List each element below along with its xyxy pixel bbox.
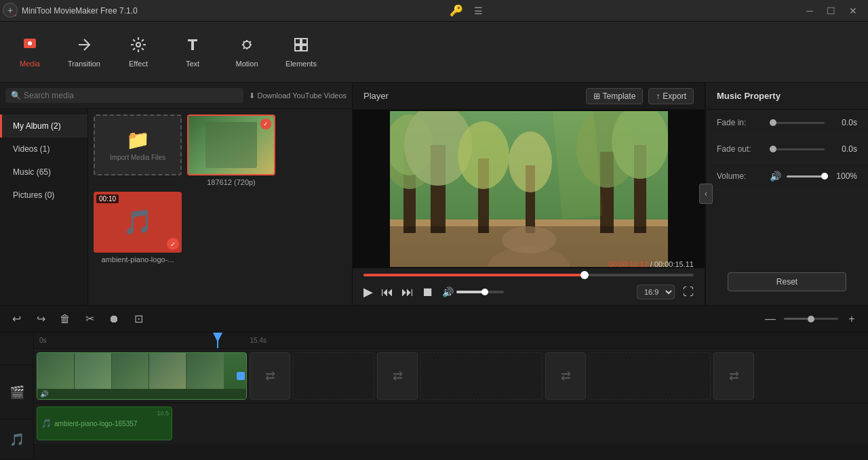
search-input-wrap[interactable]: 🔍 (5, 88, 243, 103)
crop-button[interactable]: ⊡ (127, 308, 149, 330)
list-item[interactable]: 🎵 00:10 ✓ ambient-piano-logo-... (94, 192, 182, 264)
export-button[interactable]: ↑ Export (648, 88, 694, 104)
aspect-ratio-select[interactable]: 16:9 9:16 4:3 1:1 (637, 285, 675, 299)
menu-button[interactable]: ☰ (469, 4, 488, 18)
list-item[interactable]: 📁 Import Media Files (94, 114, 182, 186)
zoom-in-button[interactable]: + (841, 308, 863, 330)
transition-cell-4[interactable]: ⇄ (713, 352, 754, 400)
zoom-thumb[interactable] (808, 316, 814, 322)
volume-property-thumb[interactable] (821, 173, 828, 180)
forest-scene-svg (390, 111, 668, 267)
app: Media Transition Effect Text Motion (0, 22, 868, 460)
fade-out-thumb[interactable] (770, 146, 776, 152)
nav-item-videos[interactable]: Videos (1) (0, 138, 87, 161)
maximize-button[interactable]: ☐ (822, 4, 841, 18)
progress-track[interactable] (363, 274, 694, 276)
list-item[interactable]: ▶ ✓ 187612 (720p) (187, 114, 275, 186)
svg-rect-7 (302, 45, 307, 51)
svg-point-19 (509, 131, 552, 192)
nav-item-album[interactable]: My Album (2) (0, 114, 87, 138)
play-button[interactable]: ▶ (363, 285, 373, 299)
video-thumb[interactable]: ▶ ✓ (187, 114, 275, 175)
fade-in-thumb[interactable] (770, 119, 776, 126)
player-area: Player ⊞ Template ↑ Export (353, 83, 705, 305)
fade-in-row: Fade in: 0.0s (706, 110, 868, 136)
transition-cell-3[interactable]: ⇄ (545, 352, 586, 400)
import-label-inner: Import Media Files (110, 154, 165, 161)
video-clip[interactable]: 🔊 (37, 352, 247, 400)
audio-clip-duration: 10.5 (157, 410, 169, 417)
template-button[interactable]: ⊞ Template (586, 88, 644, 104)
template-icon: ⊞ (593, 91, 600, 101)
nav-videos-label: Videos (1) (13, 144, 50, 154)
undo-button[interactable]: ↩ (5, 308, 27, 330)
download-youtube-button[interactable]: ⬇ Download YouTube Videos (249, 91, 347, 100)
video-track-row: 🔊 ⇄ ⇄ ⇄ ⇄ (34, 349, 868, 403)
record-button[interactable]: ⏺ (103, 308, 125, 330)
titlebar: M MiniTool MovieMaker Free 7.1.0 🔑 ☰ ─ ☐… (0, 0, 868, 22)
toolbar-transition[interactable]: Transition (57, 25, 111, 79)
fade-in-track[interactable] (770, 122, 825, 124)
toolbar-media[interactable]: Media (3, 25, 57, 79)
music-thumb[interactable]: 🎵 00:10 ✓ (94, 192, 182, 253)
clip-end-handle[interactable] (237, 372, 245, 380)
toolbar-media-label: Media (20, 60, 40, 68)
toolbar-motion[interactable]: Motion (220, 25, 274, 79)
app-title: MiniTool MovieMaker Free 7.1.0 (22, 6, 138, 16)
volume-button[interactable]: 🔊 (442, 287, 454, 297)
import-media-thumb[interactable]: 📁 Import Media Files (94, 114, 182, 175)
redo-button[interactable]: ↪ (30, 308, 52, 330)
media-icon (22, 37, 38, 57)
fullscreen-button[interactable]: ⛶ (683, 286, 694, 298)
progress-thumb[interactable] (580, 271, 589, 279)
transition-cell-2[interactable]: ⇄ (377, 352, 418, 400)
zoom-out-button[interactable]: — (760, 308, 781, 330)
nav-item-music[interactable]: Music (65) (0, 161, 87, 184)
download-label: Download YouTube Videos (258, 91, 347, 100)
prev-frame-button[interactable]: ⏮ (381, 285, 393, 299)
next-frame-button[interactable]: ⏭ (401, 285, 414, 299)
player-header: Player ⊞ Template ↑ Export (353, 83, 705, 110)
text-icon (184, 37, 201, 57)
titlebar-controls: ─ ☐ ✕ (800, 4, 863, 18)
minimize-button[interactable]: ─ (800, 4, 819, 18)
left-body: My Album (2) Videos (1) Music (65) Pictu… (0, 109, 352, 305)
stop-button[interactable]: ⏹ (422, 285, 434, 299)
download-icon: ⬇ (249, 91, 255, 100)
fade-out-slider[interactable] (770, 148, 825, 150)
timeline-tracks: 0s 15.4s (34, 333, 868, 460)
add-track-button[interactable]: + (3, 3, 18, 18)
fade-in-slider[interactable] (770, 122, 825, 124)
zoom-controls: — + (760, 308, 863, 330)
volume-thumb[interactable] (481, 289, 488, 295)
ruler-mark-1: 15.4s (250, 337, 267, 344)
toolbar-text[interactable]: Text (165, 25, 220, 79)
toolbar-elements[interactable]: Elements (274, 25, 328, 79)
zoom-track[interactable] (784, 318, 838, 320)
volume-track[interactable] (456, 291, 504, 293)
transition-cell-1[interactable]: ⇄ (250, 352, 290, 400)
nav-item-pictures[interactable]: Pictures (0) (0, 184, 87, 207)
toolbar: Media Transition Effect Text Motion (0, 22, 868, 83)
export-icon: ↑ (656, 91, 660, 101)
toolbar-effect[interactable]: Effect (111, 25, 165, 79)
export-label: Export (663, 91, 686, 101)
volume-slider[interactable] (787, 175, 825, 177)
volume-property-track[interactable] (787, 175, 825, 177)
delete-button[interactable]: 🗑 (54, 308, 76, 330)
panel-collapse-button[interactable]: ‹ (699, 184, 713, 204)
audio-clip[interactable]: 🎵 ambient-piano-logo-165357 10.5 (37, 406, 172, 440)
audio-clip-icon: 🎵 (41, 419, 52, 428)
search-input[interactable] (24, 91, 238, 100)
cut-button[interactable]: ✂ (79, 308, 100, 330)
bottom-area: + ↩ ↪ 🗑 ✂ ⏺ ⊡ — + 🎬 🎵 (0, 305, 868, 460)
close-button[interactable]: ✕ (844, 4, 863, 18)
right-panel: Music Property Fade in: 0.0s Fade out: (705, 83, 868, 305)
fade-out-track[interactable] (770, 148, 825, 150)
toolbar-text-label: Text (186, 60, 199, 68)
left-nav: My Album (2) Videos (1) Music (65) Pictu… (0, 109, 88, 305)
music-selected-badge: ✓ (167, 238, 179, 250)
svg-point-1 (28, 41, 32, 45)
reset-button[interactable]: Reset (728, 272, 846, 291)
zoom-fill (784, 318, 811, 320)
